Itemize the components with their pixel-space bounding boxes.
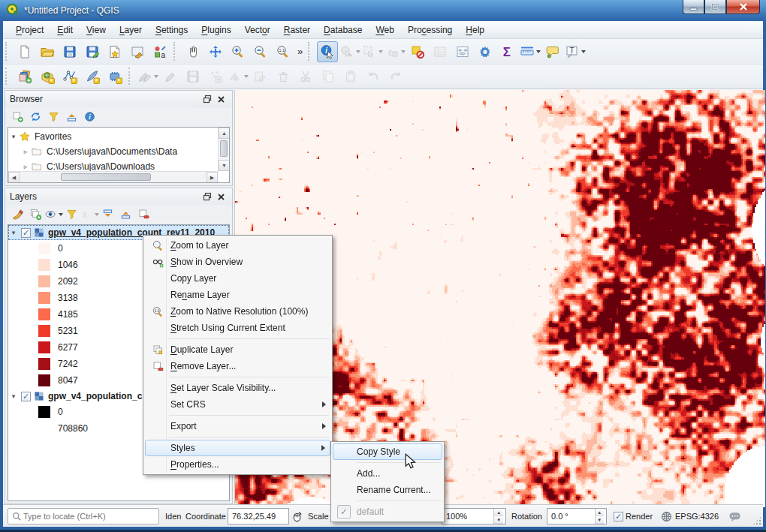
spin-down-icon[interactable]: ▼ xyxy=(596,516,604,524)
context-menu-item-stretch-using-current-extent[interactable]: Stretch Using Current Extent xyxy=(145,320,330,336)
context-menu-item-properties[interactable]: Properties... xyxy=(145,456,330,473)
run-feature-action-button[interactable] xyxy=(339,41,360,62)
save-layer-edits-button[interactable] xyxy=(182,66,204,87)
rotation-box[interactable]: ▲▼ xyxy=(547,508,607,524)
remove-layer-button[interactable] xyxy=(135,206,152,223)
add-selected-layers-button[interactable] xyxy=(9,109,26,125)
save-project-as-button[interactable] xyxy=(82,41,103,62)
browser-float-button[interactable] xyxy=(201,93,214,105)
expand-all-button[interactable] xyxy=(99,206,116,223)
menu-web[interactable]: Web xyxy=(369,23,400,38)
context-menu-item-export[interactable]: Export xyxy=(145,418,330,434)
dropdown-caret-icon[interactable] xyxy=(59,213,63,216)
filter-legend-button[interactable] xyxy=(63,206,80,223)
browser-horizontal-scrollbar[interactable]: ◀ ▶ xyxy=(8,171,218,182)
open-project-button[interactable] xyxy=(37,41,58,62)
zoom-in-button[interactable] xyxy=(228,41,249,62)
deselect-all-button[interactable] xyxy=(407,41,428,62)
close-button[interactable] xyxy=(726,0,760,14)
browser-close-button[interactable] xyxy=(214,93,228,105)
locator-search[interactable] xyxy=(8,508,159,524)
submenu-item-add[interactable]: Add... xyxy=(333,465,442,482)
filter-expression-button[interactable]: ε xyxy=(81,206,98,223)
cut-features-button[interactable] xyxy=(295,66,316,87)
context-menu-item-copy-layer[interactable]: Copy Layer xyxy=(145,270,330,287)
undo-button[interactable] xyxy=(363,66,384,87)
toolbar-grip[interactable] xyxy=(308,42,314,61)
new-shapefile-layer-button[interactable]: * xyxy=(59,66,80,87)
rotation-input[interactable] xyxy=(550,511,595,521)
messages-icon[interactable] xyxy=(728,508,741,524)
dropdown-caret-icon[interactable] xyxy=(356,50,360,53)
select-by-expression-button[interactable]: ε xyxy=(385,41,406,62)
new-geopackage-layer-button[interactable]: * xyxy=(37,66,58,87)
expander-icon[interactable]: ▹ xyxy=(20,163,31,170)
layers-float-button[interactable] xyxy=(201,191,214,203)
new-project-button[interactable] xyxy=(14,41,35,62)
layers-close-button[interactable] xyxy=(214,191,228,203)
menu-vector[interactable]: Vector xyxy=(238,23,277,38)
minimize-button[interactable] xyxy=(683,0,704,14)
submenu-item-copy-style[interactable]: Copy Style xyxy=(333,443,442,460)
layer-visibility-checkbox[interactable]: ✓ xyxy=(21,228,31,238)
add-feature-button[interactable] xyxy=(205,66,226,87)
toolbar-grip[interactable] xyxy=(173,42,179,61)
menu-raster[interactable]: Raster xyxy=(277,23,317,38)
current-edits-button[interactable] xyxy=(137,66,158,87)
add-group-button[interactable] xyxy=(27,206,44,223)
pan-map-button[interactable] xyxy=(182,41,204,62)
expander-icon[interactable]: ▾ xyxy=(8,392,19,400)
rotation-spinner[interactable]: ▲▼ xyxy=(595,509,604,524)
browser-item-favorites[interactable]: ▾Favorites xyxy=(8,129,218,144)
browser-vertical-scrollbar[interactable]: ▲ ▼ xyxy=(218,128,229,171)
dropdown-caret-icon[interactable] xyxy=(536,50,541,53)
statistical-summary-button[interactable]: Σ xyxy=(497,41,518,62)
zoom-native-button[interactable]: 1:1 xyxy=(273,41,294,62)
context-menu-item-set-layer-scale-visibility[interactable]: Set Layer Scale Visibility... xyxy=(145,380,330,396)
delete-selected-button[interactable] xyxy=(273,66,294,87)
expander-icon[interactable]: ▾ xyxy=(8,229,19,236)
dropdown-caret-icon[interactable] xyxy=(401,50,406,53)
layer-visibility-checkbox[interactable]: ✓ xyxy=(21,392,31,401)
dropdown-caret-icon[interactable] xyxy=(95,213,99,216)
render-checkbox[interactable]: ✓ Render xyxy=(611,508,653,524)
processing-toolbox-button[interactable] xyxy=(475,41,496,62)
layout-manager-button[interactable] xyxy=(127,41,148,62)
zoom-out-button[interactable] xyxy=(250,41,271,62)
menu-settings[interactable]: Settings xyxy=(149,23,195,38)
measure-button[interactable] xyxy=(520,41,541,62)
collapse-all-button[interactable] xyxy=(117,206,134,223)
submenu-item-rename-current[interactable]: Rename Current... xyxy=(333,482,442,498)
save-project-button[interactable] xyxy=(59,41,80,62)
properties-button[interactable]: i xyxy=(81,109,98,125)
field-calculator-button[interactable] xyxy=(452,41,473,62)
copy-features-button[interactable] xyxy=(318,66,339,87)
resize-grip[interactable] xyxy=(752,516,761,525)
scroll-right-icon[interactable]: ▶ xyxy=(207,172,218,183)
expander-icon[interactable]: ▾ xyxy=(8,133,19,140)
new-virtual-layer-button[interactable]: * xyxy=(104,66,125,87)
zoom-full-button[interactable] xyxy=(205,41,226,62)
mouse-position-toggle-icon[interactable] xyxy=(291,508,303,524)
dropdown-caret-icon[interactable] xyxy=(581,50,586,53)
refresh-button[interactable] xyxy=(27,109,44,125)
restore-button[interactable] xyxy=(704,0,726,14)
menu-view[interactable]: View xyxy=(80,23,113,38)
context-menu-item-remove-layer[interactable]: Remove Layer... xyxy=(145,358,330,374)
menu-project[interactable]: Project xyxy=(9,23,50,38)
map-tips-button[interactable] xyxy=(542,41,563,62)
browser-item-folder[interactable]: ▹C:\Users\ujaval\Documents\Data xyxy=(8,144,218,159)
scroll-thumb[interactable] xyxy=(220,140,228,157)
context-menu-item-styles[interactable]: Styles xyxy=(145,440,330,456)
menu-plugins[interactable]: Plugins xyxy=(195,23,237,38)
data-source-manager-button[interactable] xyxy=(14,66,35,87)
magnifier-box[interactable]: ▲▼ xyxy=(442,508,506,524)
render-check-icon[interactable]: ✓ xyxy=(614,512,623,521)
toggle-editing-button[interactable] xyxy=(160,66,181,87)
menu-edit[interactable]: Edit xyxy=(50,23,80,38)
crs-status[interactable]: EPSG:4326 xyxy=(661,508,719,524)
spin-down-icon[interactable]: ▼ xyxy=(494,516,503,524)
context-menu-item-show-in-overview[interactable]: Show in Overview xyxy=(145,254,330,270)
context-menu-item-rename-layer[interactable]: Rename Layer xyxy=(145,287,330,303)
context-menu-item-zoom-to-native-resolution-100[interactable]: 1:1Zoom to Native Resolution (100%) xyxy=(145,303,330,320)
